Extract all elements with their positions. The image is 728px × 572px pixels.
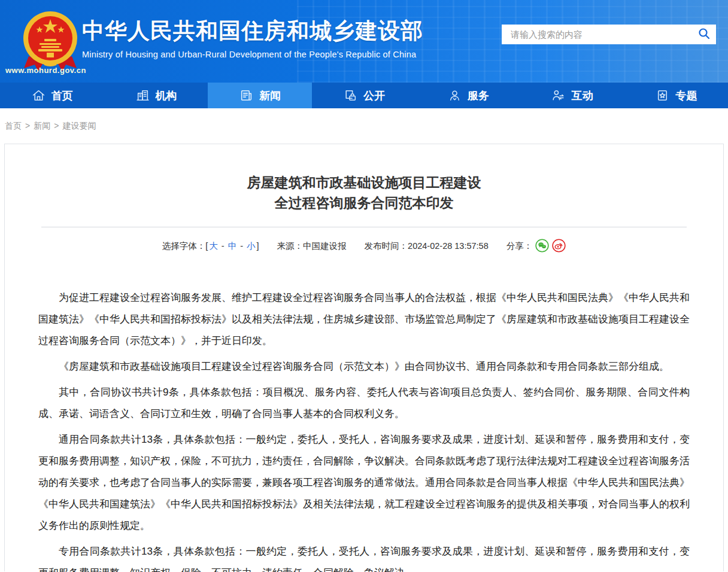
site-url: www.mohurd.gov.cn (5, 66, 86, 75)
share-controls: 分享： (506, 241, 566, 251)
nav-item-home[interactable]: 首页 (0, 83, 104, 108)
breadcrumb-separator: > (54, 121, 59, 130)
font-size-medium-link[interactable]: 中 (228, 241, 237, 251)
font-size-large-link[interactable]: 大 (209, 241, 218, 251)
article-source: 来源：中国建设报 (277, 241, 347, 251)
breadcrumb-news-link[interactable]: 新闻 (34, 121, 50, 130)
organization-icon (135, 88, 150, 103)
wechat-icon[interactable] (535, 239, 549, 254)
breadcrumb: 首页>新闻>建设要闻 (0, 108, 728, 144)
weibo-icon[interactable] (552, 239, 566, 254)
paragraph: 通用合同条款共计13条，具体条款包括：一般约定，委托人，受托人，咨询服务要求及成… (38, 429, 690, 537)
title-divider (41, 227, 687, 227)
nav-item-organization[interactable]: 机构 (104, 83, 208, 108)
paragraph: 为促进工程建设全过程咨询服务发展、维护工程建设全过程咨询服务合同当事人的合法权益… (38, 287, 690, 352)
nav-item-service[interactable]: 服务 (416, 83, 520, 108)
breadcrumb-home-link[interactable]: 首页 (5, 121, 22, 130)
nav-item-special-topic[interactable]: 专题 (624, 83, 728, 108)
dash: - (219, 241, 227, 251)
paragraph: 其中，合同协议书共计9条，具体条款包括：项目概况、服务内容、委托人代表与咨询项目… (38, 382, 690, 425)
site-header: 中华人民共和国住房和城乡建设部 Ministry of Housing and … (0, 0, 728, 83)
dash: - (238, 241, 245, 251)
nav-item-interaction[interactable]: 互动 (520, 83, 624, 108)
article-title-line1: 房屋建筑和市政基础设施项目工程建设 (247, 175, 481, 190)
share-label: 分享： (506, 241, 533, 251)
main-navigation: 首页 机构 新闻 公开 (0, 83, 728, 108)
service-icon (447, 88, 462, 103)
bracket: ] (257, 241, 259, 251)
publish-time-value: 2024-02-28 13:57:58 (408, 241, 489, 251)
paragraph: 专用合同条款共计13条，具体条款包括：一般约定，委托人，受托人，咨询服务要求及成… (38, 541, 690, 572)
nav-item-disclosure[interactable]: 公开 (312, 83, 416, 108)
font-size-small-link[interactable]: 小 (247, 241, 256, 251)
article-card: 房屋建筑和市政基础设施项目工程建设 全过程咨询服务合同范本印发 选择字体：[大 … (4, 144, 724, 571)
nav-label: 机构 (156, 89, 177, 103)
source-label: 来源： (277, 241, 304, 251)
nav-label: 服务 (468, 89, 489, 103)
font-size-selector: 选择字体：[大 - 中 - 小] (162, 241, 259, 251)
bracket: [ (205, 241, 208, 251)
nav-label: 新闻 (259, 89, 281, 103)
nav-label: 公开 (363, 89, 385, 103)
font-size-label: 选择字体： (162, 241, 206, 251)
nav-label: 专题 (675, 89, 697, 103)
home-icon (31, 88, 46, 103)
nav-label: 首页 (51, 89, 73, 103)
site-title: 中华人民共和国住房和城乡建设部 (82, 18, 423, 44)
search-icon (697, 27, 711, 42)
breadcrumb-current[interactable]: 建设要闻 (62, 121, 96, 130)
publish-time-label: 发布时间： (365, 241, 408, 251)
source-value: 中国建设报 (303, 241, 347, 251)
special-topic-icon (655, 88, 670, 103)
search-box (502, 25, 716, 44)
breadcrumb-separator: > (25, 121, 30, 130)
news-icon (239, 88, 254, 103)
article-meta: 选择字体：[大 - 中 - 小] 来源：中国建设报 发布时间：2024-02-2… (5, 239, 723, 254)
nav-item-news[interactable]: 新闻 (208, 83, 312, 108)
interaction-icon (551, 88, 566, 103)
nav-label: 互动 (571, 89, 593, 103)
article-title: 房屋建筑和市政基础设施项目工程建设 全过程咨询服务合同范本印发 (5, 172, 723, 213)
paragraph: 《房屋建筑和市政基础设施项目工程建设全过程咨询服务合同（示范文本）》由合同协议书… (38, 356, 690, 378)
search-button[interactable] (692, 25, 716, 44)
publish-time: 发布时间：2024-02-28 13:57:58 (365, 241, 489, 251)
site-subtitle-en: Ministry of Housing and Urban-Rural Deve… (82, 50, 423, 59)
disclosure-icon (343, 88, 358, 103)
article-body: 为促进工程建设全过程咨询服务发展、维护工程建设全过程咨询服务合同当事人的合法权益… (5, 287, 723, 572)
search-input[interactable] (502, 25, 692, 44)
article-title-line2: 全过程咨询服务合同范本印发 (275, 195, 454, 211)
